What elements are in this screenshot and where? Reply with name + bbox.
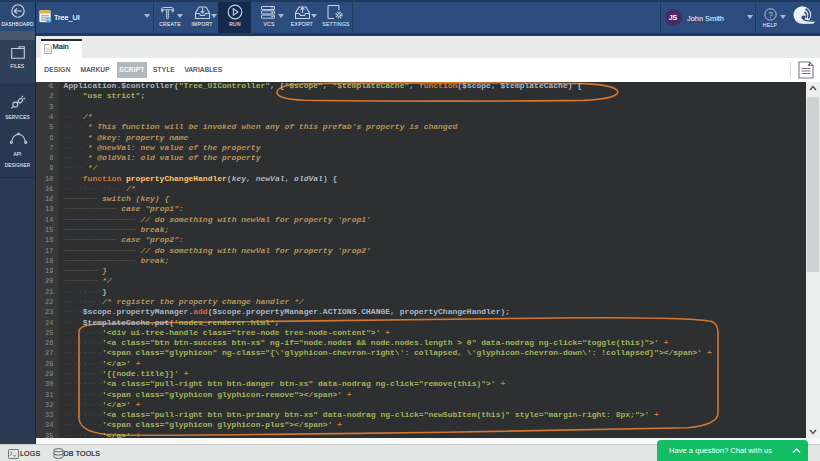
svg-text:?: ? bbox=[768, 10, 773, 20]
